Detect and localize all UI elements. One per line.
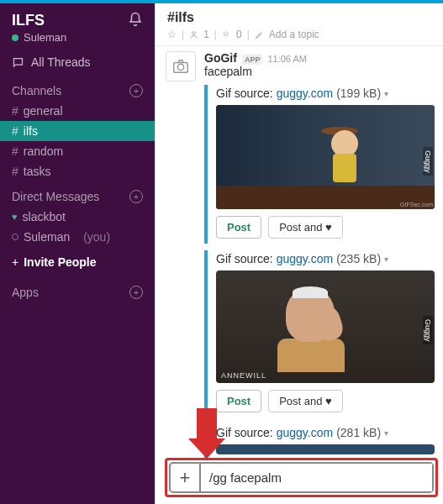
pins-count[interactable]: 0: [236, 29, 242, 40]
caret-down-icon[interactable]: ▾: [384, 89, 388, 98]
corner-credit: GIFSec.com: [400, 202, 433, 207]
bot-avatar[interactable]: [166, 51, 196, 81]
workspace-header[interactable]: ILFS Suleman: [0, 3, 155, 49]
sidebar-dm-self[interactable]: Suleman (you): [0, 227, 155, 247]
sidebar-channel-random[interactable]: #random: [0, 141, 155, 161]
camera-icon: [171, 57, 190, 76]
message-text: facepalm: [204, 65, 435, 78]
dm-section-header[interactable]: Direct Messages +: [0, 181, 155, 207]
presence-dot-icon: [12, 34, 18, 41]
channel-header: #ilfs ☆| 1| 0| Add a topic: [156, 3, 443, 46]
source-label: Gif source:: [216, 87, 273, 100]
channel-label: tasks: [24, 165, 51, 178]
add-dm-icon[interactable]: +: [129, 190, 143, 203]
threads-icon: [12, 56, 24, 69]
invite-label: Invite People: [24, 255, 96, 269]
pencil-icon: [255, 30, 264, 39]
channel-label: random: [24, 144, 63, 158]
gif-preview[interactable]: Guggy ANNEWILL: [216, 270, 435, 383]
message-row: GoGif APP 11:06 AM facepalm Gif source: …: [166, 51, 435, 459]
members-count[interactable]: 1: [203, 29, 209, 40]
post-and-love-button[interactable]: Post and ♥: [268, 216, 343, 239]
you-suffix: (you): [83, 230, 110, 244]
add-app-icon[interactable]: +: [129, 286, 143, 299]
sidebar: ILFS Suleman All Threads Channels + #gen…: [0, 3, 155, 504]
file-size: (199 kB): [336, 87, 381, 100]
apps-label: Apps: [12, 286, 39, 299]
current-user-row: Suleman: [12, 31, 66, 44]
attachment-3: Gif source: guggy.com (281 kB) ▾: [204, 424, 435, 459]
svg-point-0: [192, 31, 196, 34]
svg-point-2: [177, 64, 183, 70]
channel-label: general: [24, 104, 63, 118]
caret-down-icon[interactable]: ▾: [384, 255, 388, 264]
hash-icon: #: [12, 144, 18, 158]
workspace-name: ILFS: [12, 12, 66, 29]
source-label: Gif source:: [216, 252, 273, 265]
file-size: (281 kB): [336, 426, 381, 439]
apps-section-header[interactable]: Apps +: [0, 277, 155, 302]
app-badge: APP: [242, 55, 263, 65]
watermark: Guggy: [423, 147, 433, 176]
dm-label: Direct Messages: [12, 190, 99, 203]
timestamp[interactable]: 11:06 AM: [267, 54, 306, 64]
hash-icon: #: [12, 165, 18, 178]
sidebar-channel-general[interactable]: #general: [0, 101, 155, 121]
annotation-arrow-icon: [188, 408, 225, 459]
members-icon[interactable]: [189, 30, 198, 39]
invite-people-link[interactable]: +Invite People: [0, 247, 155, 277]
attach-button[interactable]: +: [171, 464, 201, 491]
heart-icon: ♥: [12, 212, 18, 222]
current-user-name: Suleman: [24, 31, 66, 44]
channels-section-header[interactable]: Channels +: [0, 76, 155, 101]
source-link[interactable]: guggy.com: [277, 87, 333, 100]
add-topic-link[interactable]: Add a topic: [269, 29, 319, 40]
sidebar-channel-tasks[interactable]: #tasks: [0, 161, 155, 181]
annotation-highlight-box: +: [165, 458, 438, 497]
presence-dot-icon: [12, 234, 18, 240]
star-icon[interactable]: ☆: [167, 29, 177, 40]
gif-preview[interactable]: Guggy GIFSec.com: [216, 105, 435, 209]
bell-icon[interactable]: [128, 12, 143, 27]
caret-down-icon[interactable]: ▾: [384, 428, 388, 438]
post-button[interactable]: Post: [216, 216, 261, 239]
file-size: (235 kB): [336, 252, 381, 265]
channels-label: Channels: [12, 84, 61, 97]
dm-label: slackbot: [23, 210, 66, 223]
pin-icon[interactable]: [222, 30, 231, 39]
plus-icon: +: [12, 255, 18, 269]
all-threads-link[interactable]: All Threads: [0, 49, 155, 76]
show-title: ANNEWILL: [221, 371, 266, 380]
source-link[interactable]: guggy.com: [277, 426, 333, 439]
gif-preview[interactable]: [216, 444, 435, 454]
post-and-love-button[interactable]: Post and ♥: [268, 390, 343, 412]
hash-icon: #: [12, 104, 18, 118]
sidebar-dm-slackbot[interactable]: ♥slackbot: [0, 207, 155, 227]
dm-label: Suleman: [24, 230, 70, 244]
message-input[interactable]: [201, 464, 432, 491]
channel-sub: ☆| 1| 0| Add a topic: [167, 29, 431, 40]
compose-box: +: [169, 462, 434, 493]
attachment-2: Gif source: guggy.com (235 kB) ▾ Guggy A…: [204, 250, 435, 417]
watermark: Guggy: [423, 316, 433, 345]
source-link[interactable]: guggy.com: [277, 252, 333, 265]
message-body: GoGif APP 11:06 AM facepalm Gif source: …: [204, 51, 435, 459]
add-channel-icon[interactable]: +: [129, 84, 143, 97]
hash-icon: #: [12, 124, 18, 138]
channel-title[interactable]: #ilfs: [167, 10, 431, 25]
sidebar-channel-ilfs[interactable]: #ilfs: [0, 121, 155, 141]
attachment-1: Gif source: guggy.com (199 kB) ▾ Guggy G…: [204, 85, 435, 244]
sender-name[interactable]: GoGif: [204, 51, 237, 65]
channel-label: ilfs: [24, 124, 38, 138]
all-threads-label: All Threads: [31, 55, 91, 69]
